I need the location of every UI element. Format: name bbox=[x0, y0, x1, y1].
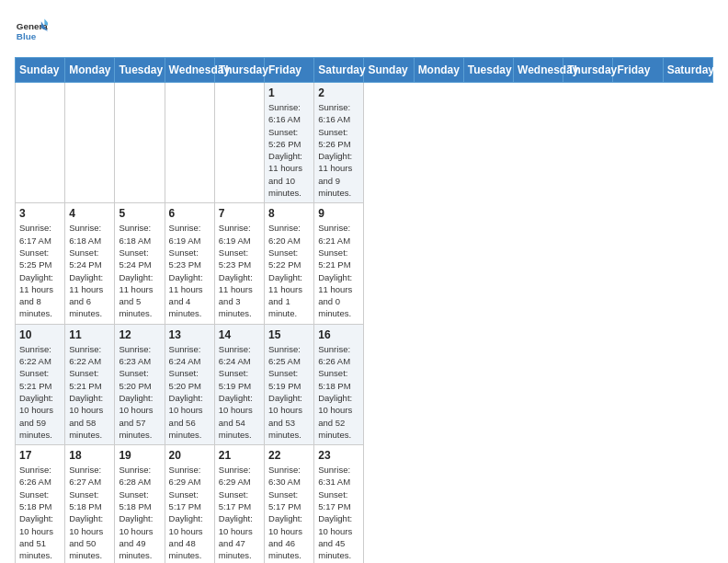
calendar-cell: 11Sunrise: 6:22 AM Sunset: 5:21 PM Dayli… bbox=[65, 324, 115, 444]
calendar-cell bbox=[214, 83, 264, 203]
calendar-cell: 14Sunrise: 6:24 AM Sunset: 5:19 PM Dayli… bbox=[214, 324, 264, 444]
calendar-cell: 6Sunrise: 6:19 AM Sunset: 5:23 PM Daylig… bbox=[165, 203, 214, 324]
day-number: 10 bbox=[19, 328, 61, 341]
day-number: 21 bbox=[219, 449, 260, 462]
day-number: 3 bbox=[19, 207, 61, 220]
day-number: 13 bbox=[169, 328, 210, 341]
day-number: 2 bbox=[318, 86, 359, 99]
calendar-cell: 20Sunrise: 6:29 AM Sunset: 5:17 PM Dayli… bbox=[165, 445, 214, 563]
cell-info: Sunrise: 6:22 AM Sunset: 5:21 PM Dayligh… bbox=[19, 343, 61, 441]
calendar-cell: 23Sunrise: 6:31 AM Sunset: 5:17 PM Dayli… bbox=[314, 445, 364, 563]
calendar-cell: 17Sunrise: 6:26 AM Sunset: 5:18 PM Dayli… bbox=[16, 445, 65, 563]
calendar-week-row: 3Sunrise: 6:17 AM Sunset: 5:25 PM Daylig… bbox=[16, 203, 713, 324]
logo: General Blue bbox=[15, 15, 51, 48]
header-day: Thursday bbox=[563, 58, 613, 83]
calendar-week-row: 17Sunrise: 6:26 AM Sunset: 5:18 PM Dayli… bbox=[16, 445, 713, 563]
day-number: 4 bbox=[69, 207, 110, 220]
calendar-cell: 15Sunrise: 6:25 AM Sunset: 5:19 PM Dayli… bbox=[265, 324, 314, 444]
calendar-cell bbox=[165, 83, 214, 203]
calendar-cell: 10Sunrise: 6:22 AM Sunset: 5:21 PM Dayli… bbox=[16, 324, 65, 444]
calendar-cell: 16Sunrise: 6:26 AM Sunset: 5:18 PM Dayli… bbox=[314, 324, 364, 444]
header-day: Monday bbox=[414, 58, 463, 83]
header-day: Friday bbox=[265, 58, 314, 83]
day-number: 1 bbox=[268, 86, 310, 99]
header-day: Tuesday bbox=[115, 58, 165, 83]
day-number: 19 bbox=[119, 449, 160, 462]
header-day: Wednesday bbox=[165, 58, 214, 83]
cell-info: Sunrise: 6:22 AM Sunset: 5:21 PM Dayligh… bbox=[69, 343, 110, 441]
calendar-cell bbox=[115, 83, 165, 203]
day-number: 12 bbox=[119, 328, 160, 341]
page-header: General Blue bbox=[15, 15, 713, 48]
day-number: 15 bbox=[268, 328, 310, 341]
calendar-cell: 3Sunrise: 6:17 AM Sunset: 5:25 PM Daylig… bbox=[16, 203, 65, 324]
cell-info: Sunrise: 6:28 AM Sunset: 5:18 PM Dayligh… bbox=[119, 464, 160, 561]
calendar-cell: 8Sunrise: 6:20 AM Sunset: 5:22 PM Daylig… bbox=[265, 203, 314, 324]
day-number: 6 bbox=[169, 207, 210, 220]
cell-info: Sunrise: 6:29 AM Sunset: 5:17 PM Dayligh… bbox=[219, 464, 260, 561]
cell-info: Sunrise: 6:19 AM Sunset: 5:23 PM Dayligh… bbox=[219, 222, 260, 319]
day-number: 22 bbox=[268, 449, 310, 462]
cell-info: Sunrise: 6:26 AM Sunset: 5:18 PM Dayligh… bbox=[318, 343, 359, 441]
cell-info: Sunrise: 6:16 AM Sunset: 5:26 PM Dayligh… bbox=[268, 101, 310, 199]
calendar-cell: 5Sunrise: 6:18 AM Sunset: 5:24 PM Daylig… bbox=[115, 203, 165, 324]
calendar-cell bbox=[16, 83, 65, 203]
cell-info: Sunrise: 6:17 AM Sunset: 5:25 PM Dayligh… bbox=[19, 222, 61, 319]
cell-info: Sunrise: 6:30 AM Sunset: 5:17 PM Dayligh… bbox=[268, 464, 310, 561]
header-day: Wednesday bbox=[514, 58, 563, 83]
calendar-cell: 1Sunrise: 6:16 AM Sunset: 5:26 PM Daylig… bbox=[265, 83, 314, 203]
header-day: Saturday bbox=[663, 58, 712, 83]
calendar-cell: 9Sunrise: 6:21 AM Sunset: 5:21 PM Daylig… bbox=[314, 203, 364, 324]
calendar-week-row: 1Sunrise: 6:16 AM Sunset: 5:26 PM Daylig… bbox=[16, 83, 713, 203]
header-day: Sunday bbox=[16, 58, 65, 83]
day-number: 18 bbox=[69, 449, 110, 462]
calendar-cell: 12Sunrise: 6:23 AM Sunset: 5:20 PM Dayli… bbox=[115, 324, 165, 444]
day-number: 20 bbox=[169, 449, 210, 462]
cell-info: Sunrise: 6:18 AM Sunset: 5:24 PM Dayligh… bbox=[119, 222, 160, 319]
day-number: 5 bbox=[119, 207, 160, 220]
svg-text:Blue: Blue bbox=[17, 31, 37, 41]
cell-info: Sunrise: 6:25 AM Sunset: 5:19 PM Dayligh… bbox=[268, 343, 310, 441]
header-day: Thursday bbox=[214, 58, 264, 83]
header-day: Saturday bbox=[314, 58, 364, 83]
calendar-cell: 22Sunrise: 6:30 AM Sunset: 5:17 PM Dayli… bbox=[265, 445, 314, 563]
header-day: Monday bbox=[65, 58, 115, 83]
cell-info: Sunrise: 6:24 AM Sunset: 5:19 PM Dayligh… bbox=[219, 343, 260, 441]
cell-info: Sunrise: 6:29 AM Sunset: 5:17 PM Dayligh… bbox=[169, 464, 210, 561]
calendar-week-row: 10Sunrise: 6:22 AM Sunset: 5:21 PM Dayli… bbox=[16, 324, 713, 444]
cell-info: Sunrise: 6:24 AM Sunset: 5:20 PM Dayligh… bbox=[169, 343, 210, 441]
header-day: Tuesday bbox=[463, 58, 513, 83]
calendar-cell: 13Sunrise: 6:24 AM Sunset: 5:20 PM Dayli… bbox=[165, 324, 214, 444]
header-day: Sunday bbox=[364, 58, 414, 83]
calendar-cell: 2Sunrise: 6:16 AM Sunset: 5:26 PM Daylig… bbox=[314, 83, 364, 203]
header-row: SundayMondayTuesdayWednesdayThursdayFrid… bbox=[16, 58, 713, 83]
day-number: 17 bbox=[19, 449, 61, 462]
calendar-cell bbox=[65, 83, 115, 203]
day-number: 9 bbox=[318, 207, 359, 220]
cell-info: Sunrise: 6:23 AM Sunset: 5:20 PM Dayligh… bbox=[119, 343, 160, 441]
calendar-cell: 4Sunrise: 6:18 AM Sunset: 5:24 PM Daylig… bbox=[65, 203, 115, 324]
calendar-table: SundayMondayTuesdayWednesdayThursdayFrid… bbox=[15, 57, 713, 563]
day-number: 14 bbox=[219, 328, 260, 341]
cell-info: Sunrise: 6:19 AM Sunset: 5:23 PM Dayligh… bbox=[169, 222, 210, 319]
cell-info: Sunrise: 6:26 AM Sunset: 5:18 PM Dayligh… bbox=[19, 464, 61, 561]
logo-icon: General Blue bbox=[15, 15, 48, 48]
day-number: 11 bbox=[69, 328, 110, 341]
calendar-cell: 21Sunrise: 6:29 AM Sunset: 5:17 PM Dayli… bbox=[214, 445, 264, 563]
calendar-cell: 19Sunrise: 6:28 AM Sunset: 5:18 PM Dayli… bbox=[115, 445, 165, 563]
cell-info: Sunrise: 6:16 AM Sunset: 5:26 PM Dayligh… bbox=[318, 101, 359, 199]
cell-info: Sunrise: 6:21 AM Sunset: 5:21 PM Dayligh… bbox=[318, 222, 359, 319]
calendar-cell: 7Sunrise: 6:19 AM Sunset: 5:23 PM Daylig… bbox=[214, 203, 264, 324]
day-number: 8 bbox=[268, 207, 310, 220]
day-number: 16 bbox=[318, 328, 359, 341]
cell-info: Sunrise: 6:20 AM Sunset: 5:22 PM Dayligh… bbox=[268, 222, 310, 319]
cell-info: Sunrise: 6:31 AM Sunset: 5:17 PM Dayligh… bbox=[318, 464, 359, 561]
day-number: 23 bbox=[318, 449, 359, 462]
header-day: Friday bbox=[613, 58, 663, 83]
calendar-cell: 18Sunrise: 6:27 AM Sunset: 5:18 PM Dayli… bbox=[65, 445, 115, 563]
day-number: 7 bbox=[219, 207, 260, 220]
cell-info: Sunrise: 6:27 AM Sunset: 5:18 PM Dayligh… bbox=[69, 464, 110, 561]
cell-info: Sunrise: 6:18 AM Sunset: 5:24 PM Dayligh… bbox=[69, 222, 110, 319]
